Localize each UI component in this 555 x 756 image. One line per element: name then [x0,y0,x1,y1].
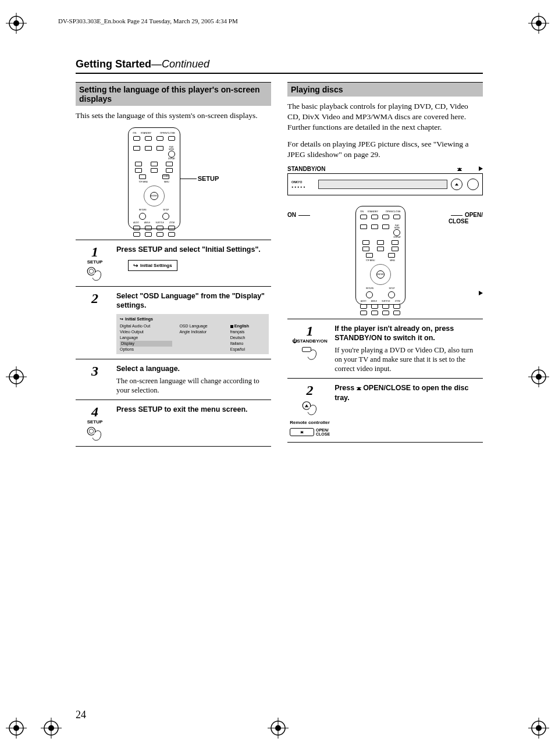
steps-table-right: 1 ⏻STANDBY/ON If the player isn't alread… [287,319,483,443]
callout-setup: SETUP [198,175,219,182]
step-icon-label: SETUP [78,420,112,425]
press-button-icon [301,345,319,361]
doc-header-info: DV-SP303.303E_En.book Page 24 Tuesday, M… [58,17,238,24]
player-callout-labels: STANDBY/ON [287,166,483,172]
step-row: 2 Remote controller OPEN/ CLOSE Press OP… [287,379,483,443]
step-row: 4 SETUP Press SETUP to exit the menu scr… [76,400,271,447]
eject-button-icon [451,179,462,190]
intro-playing-2: For details on playing JPEG picture disc… [287,139,483,160]
svg-marker-38 [305,405,308,407]
remote-controller-label: Remote controller [290,420,330,426]
step-row: 1 SETUP Press SETUP and select "Initial … [76,240,271,287]
crop-mark-icon [528,366,549,387]
section-header-language: Setting the language of this player's on… [76,82,271,106]
step-title: Select a language. [116,364,269,373]
remote-illustration: ONSTANDBYOPEN/CLOSE PLAY MODEDISPLAY TOP… [355,206,405,305]
step-number: 2 [290,383,330,397]
page-title-main: Getting Started [76,58,151,70]
step-title: If the player isn't already on, press ST… [335,324,481,343]
step-row: 3 Select a language. The on-screen langu… [76,359,271,400]
svg-point-33 [89,269,94,274]
player-front-panel: ONKYO ●●●●● [287,173,483,195]
page-title: Getting Started—Continued [76,58,483,74]
crop-mark-icon [6,13,27,34]
play-icon [479,291,483,295]
back-arrow-icon: ↪ [133,262,138,269]
step-number: 1 [78,245,112,259]
press-button-icon [301,401,319,416]
intro-language: This sets the language of this system's … [76,110,271,121]
svg-point-32 [87,268,95,276]
eject-icon [357,387,361,390]
settings-item-list: OSD Language Angle Indicator [179,323,223,352]
step-row: 1 ⏻STANDBY/ON If the player isn't alread… [287,319,483,379]
svg-point-35 [89,429,94,434]
step-body: If you're playing a DVD or Video CD, als… [335,345,481,374]
step-title: Select "OSD Language" from the "Display"… [116,291,269,311]
step-title: Press SETUP and select "Initial Settings… [116,245,269,254]
svg-rect-36 [302,347,311,352]
back-arrow-icon: ↪ [120,316,123,322]
settings-category-list: Digital Audio Out Video Output Language … [120,323,172,352]
step-icon-label: ⏻STANDBY/ON [290,339,330,344]
page-title-continued: —Continued [151,58,209,70]
step-icon-label: SETUP [78,260,112,265]
steps-table-left: 1 SETUP Press SETUP and select "Initial … [76,240,271,447]
osd-initial-settings: ↪ Initial Settings [128,260,177,271]
step-number: 2 [78,291,112,305]
page-number: 24 [76,709,86,721]
open-close-button-icon [290,428,314,436]
step-title: Press OPEN/CLOSE to open the disc tray. [335,383,481,402]
step-number: 4 [78,405,112,419]
remote-illustration: ONSTANDBYOPEN/CLOSE PLAY MODEDISPLAY CLE… [128,127,180,229]
step-row: 2 Select "OSD Language" from the "Displa… [76,287,271,359]
play-knob-icon [467,179,479,190]
callout-open-close: OPEN/ CLOSE [449,212,483,224]
standby-on-label: STANDBY/ON [287,166,325,172]
svg-point-34 [87,427,95,436]
crop-mark-icon [6,366,27,387]
remote-diagram-left: ONSTANDBYOPEN/CLOSE PLAY MODEDISPLAY CLE… [76,127,271,229]
settings-value-list: English français Deutsch Italiano Españo… [230,323,265,352]
crop-mark-icon [41,718,62,739]
step-title: Press SETUP to exit the menu screen. [116,405,269,414]
eject-icon [457,167,462,171]
press-button-icon [86,266,104,281]
play-icon [479,166,483,171]
step-body: The on-screen language will change accor… [116,376,269,395]
section-header-playing: Playing discs [287,82,483,97]
callout-on: ON [287,212,312,218]
crop-mark-icon [268,718,289,739]
crop-mark-icon [6,718,27,739]
step-number: 1 [290,324,330,338]
osd-settings-panel: ↪Initial Settings Digital Audio Out Vide… [116,314,269,355]
press-button-icon [86,426,104,441]
crop-mark-icon [528,13,549,34]
intro-playing-1: The basic playback controls for playing … [287,101,483,133]
step-number: 3 [78,364,112,378]
crop-mark-icon [528,718,549,739]
